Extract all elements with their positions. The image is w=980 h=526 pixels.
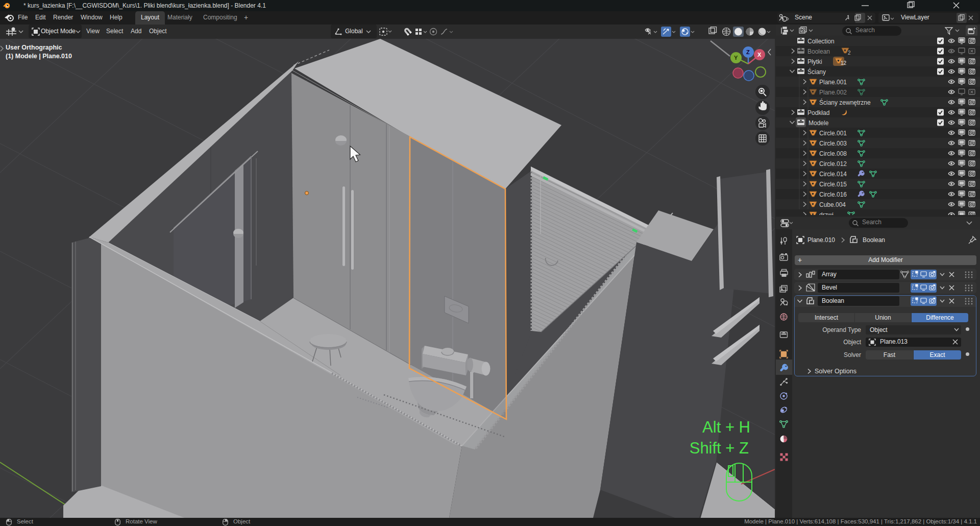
svg-text:2: 2: [848, 50, 851, 56]
svg-text:Modele: Modele: [808, 119, 829, 127]
svg-text:(1) Modele | Plane.010: (1) Modele | Plane.010: [6, 53, 72, 60]
svg-text:Płytki: Płytki: [807, 58, 822, 65]
svg-text:Plane.002: Plane.002: [819, 89, 847, 96]
svg-text:Ściany zewnętrzne: Ściany zewnętrzne: [819, 99, 871, 106]
svg-text:Circle.012: Circle.012: [819, 160, 847, 168]
svg-text:Circle.001: Circle.001: [819, 130, 847, 137]
svg-text:Collection: Collection: [807, 38, 835, 45]
svg-text:Podkład: Podkład: [807, 109, 829, 116]
svg-text:drzwi: drzwi: [819, 211, 834, 216]
svg-text:Alt + H: Alt + H: [702, 418, 750, 436]
svg-text:Circle.014: Circle.014: [819, 171, 847, 178]
svg-text:Boolean: Boolean: [807, 48, 830, 55]
svg-text:Cube.004: Cube.004: [819, 201, 846, 208]
svg-text:Ściany: Ściany: [807, 68, 826, 76]
svg-text:Circle.003: Circle.003: [819, 140, 847, 147]
svg-text:Y: Y: [734, 55, 738, 61]
svg-text:User Orthographic: User Orthographic: [6, 44, 62, 51]
svg-text:Circle.016: Circle.016: [819, 191, 847, 198]
svg-text:12: 12: [841, 60, 847, 66]
svg-text:Circle.015: Circle.015: [819, 181, 847, 188]
svg-text:Plane.001: Plane.001: [819, 79, 847, 86]
svg-text:X: X: [757, 52, 762, 58]
svg-text:Z: Z: [746, 49, 750, 55]
svg-text:Circle.008: Circle.008: [819, 150, 847, 157]
svg-text:Shift + Z: Shift + Z: [690, 439, 749, 457]
